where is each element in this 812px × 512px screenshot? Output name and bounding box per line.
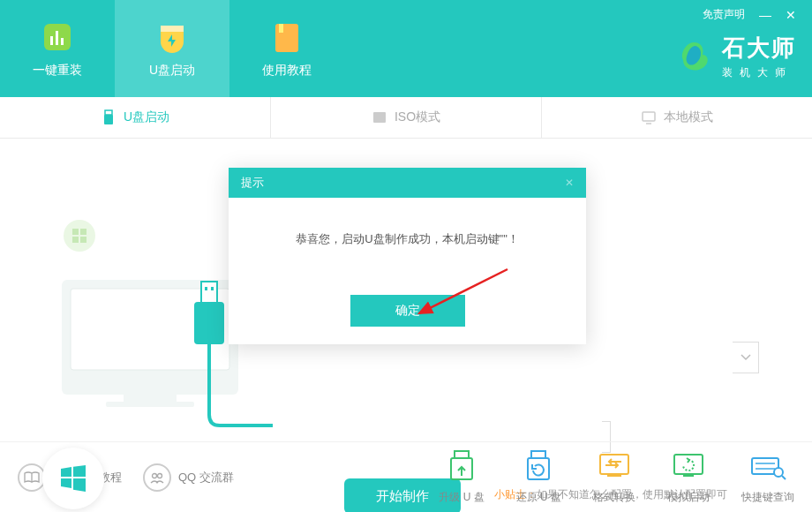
svg-point-22 <box>158 473 162 478</box>
footer: 查看官方教程 QQ 交流群 升级 U 盘 还原 U 盘 格式转换 模拟启动 快捷… <box>0 441 812 512</box>
tool-hotkey-query[interactable]: 快捷键查询 <box>741 449 794 505</box>
monitor-icon <box>641 109 657 125</box>
tool-upgrade-usb[interactable]: 升级 U 盘 <box>439 449 484 505</box>
iso-icon <box>372 109 387 125</box>
keyboard-search-icon <box>748 449 787 483</box>
nav-label: U盘启动 <box>149 63 195 79</box>
tool-simulate-boot[interactable]: 模拟启动 <box>667 449 710 505</box>
svg-rect-15 <box>106 402 194 407</box>
chevron-down-icon <box>741 354 751 361</box>
footer-qq-link[interactable]: QQ 交流群 <box>143 463 234 492</box>
svg-rect-9 <box>373 112 386 123</box>
tool-restore-usb[interactable]: 还原 U 盘 <box>516 449 561 505</box>
book-icon <box>268 19 305 56</box>
brand: 石大师 装机大师 <box>676 33 796 80</box>
header-right: 免责声明 — ✕ 石大师 装机大师 <box>660 0 812 97</box>
success-dialog: 提示 ✕ 恭喜您，启动U盘制作成功，本机启动键""！ 确定 <box>229 168 586 344</box>
tool-label: 还原 U 盘 <box>516 490 561 505</box>
dropdown-arrow[interactable] <box>733 342 759 373</box>
convert-icon <box>595 449 634 483</box>
footer-link-label: QQ 交流群 <box>178 470 234 486</box>
svg-rect-19 <box>205 287 207 290</box>
svg-rect-6 <box>279 24 283 33</box>
disclaimer-link[interactable]: 免责声明 <box>703 7 745 22</box>
brand-subtitle: 装机大师 <box>722 65 796 80</box>
tool-label: 升级 U 盘 <box>439 490 484 505</box>
tab-label: ISO模式 <box>395 109 440 125</box>
dialog-header: 提示 ✕ <box>229 168 586 198</box>
mode-tabs: U盘启动 ISO模式 本地模式 <box>0 97 812 139</box>
svg-rect-4 <box>161 26 184 32</box>
nav-label: 一键重装 <box>33 63 82 79</box>
chart-icon <box>39 19 76 56</box>
nav-label: 使用教程 <box>262 63 312 79</box>
tab-usb-boot[interactable]: U盘启动 <box>0 97 271 138</box>
logo-icon <box>676 39 711 74</box>
svg-point-16 <box>64 220 95 252</box>
dialog-ok-label: 确定 <box>395 303 420 319</box>
dialog-title: 提示 <box>241 175 264 191</box>
brand-title: 石大师 <box>722 33 796 64</box>
usb-shield-icon <box>154 19 191 56</box>
svg-point-32 <box>774 468 783 477</box>
svg-rect-17 <box>194 302 224 344</box>
monitor-refresh-icon <box>669 449 708 483</box>
usb-restore-icon <box>519 449 558 483</box>
dialog-message: 恭喜您，启动U盘制作成功，本机启动键""！ <box>229 198 586 295</box>
svg-rect-2 <box>56 31 58 45</box>
svg-rect-3 <box>61 38 64 45</box>
tool-label: 模拟启动 <box>667 490 710 505</box>
svg-line-33 <box>782 476 786 479</box>
dialog-ok-button[interactable]: 确定 <box>350 295 465 327</box>
svg-rect-5 <box>275 24 298 52</box>
svg-rect-25 <box>531 451 545 458</box>
windows-icon <box>58 463 88 493</box>
close-button[interactable]: ✕ <box>786 8 796 22</box>
tab-local-mode[interactable]: 本地模式 <box>542 97 812 138</box>
nav-tab-reinstall[interactable]: 一键重装 <box>0 0 115 97</box>
svg-rect-14 <box>124 395 177 402</box>
svg-rect-7 <box>105 110 112 115</box>
svg-rect-20 <box>211 287 214 290</box>
usb-up-icon <box>442 449 481 483</box>
nav-tab-tutorial[interactable]: 使用教程 <box>229 0 344 97</box>
window-controls: 免责声明 — ✕ <box>703 7 796 22</box>
nav-tab-usb-boot[interactable]: U盘启动 <box>115 0 229 97</box>
minimize-button[interactable]: — <box>759 8 771 22</box>
main-nav: 一键重装 U盘启动 使用教程 <box>0 0 344 97</box>
windows-badge <box>42 448 104 509</box>
svg-rect-10 <box>643 112 655 121</box>
dialog-close-button[interactable]: ✕ <box>565 177 574 189</box>
svg-rect-8 <box>104 115 113 124</box>
app-header: 一键重装 U盘启动 使用教程 免责声明 — ✕ 石大师 装机大师 <box>0 0 812 97</box>
tab-label: U盘启动 <box>124 109 169 125</box>
tab-iso-mode[interactable]: ISO模式 <box>271 97 542 138</box>
svg-rect-23 <box>455 451 469 458</box>
tool-label: 格式转换 <box>593 490 635 505</box>
footer-tools: 升级 U 盘 还原 U 盘 格式转换 模拟启动 快捷键查询 <box>439 449 794 505</box>
usb-icon <box>101 109 117 125</box>
tool-label: 快捷键查询 <box>741 490 794 505</box>
group-icon <box>143 463 171 492</box>
svg-rect-28 <box>674 455 703 474</box>
tool-format-convert[interactable]: 格式转换 <box>593 449 635 505</box>
svg-rect-1 <box>50 36 53 45</box>
tab-label: 本地模式 <box>664 109 713 125</box>
svg-point-21 <box>153 473 157 478</box>
svg-rect-18 <box>201 282 217 303</box>
